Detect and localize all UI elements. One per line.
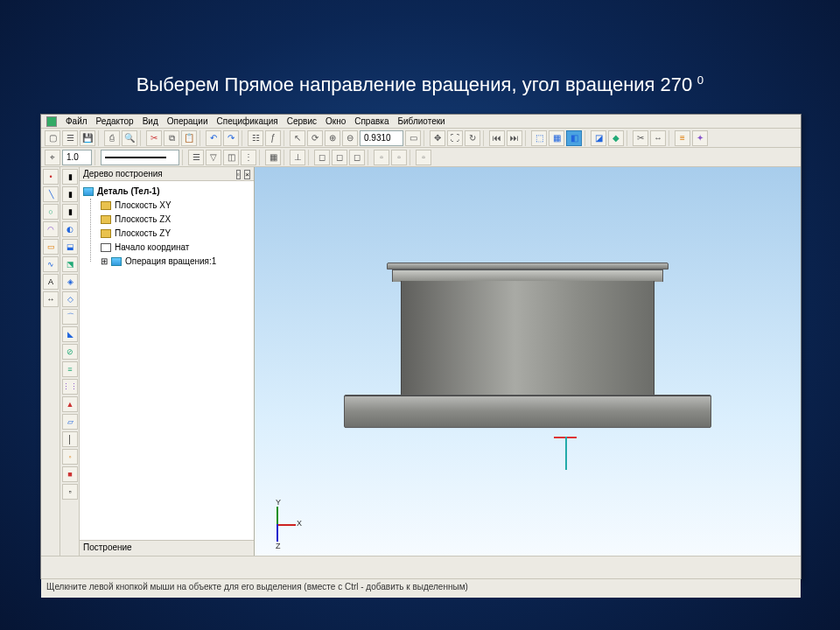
scale-dropdown[interactable]: 1.0	[62, 150, 92, 165]
new-button[interactable]: ▢	[45, 130, 60, 146]
menu-specification[interactable]: Спецификация	[217, 116, 278, 126]
sketch-dim-button[interactable]: ↔	[43, 291, 59, 307]
tree-plane-zy[interactable]: Плоскость ZY	[101, 227, 250, 241]
separator	[308, 150, 312, 165]
cut-button[interactable]: ✂	[146, 130, 162, 146]
zoom-next-button[interactable]: ⏭	[507, 130, 522, 146]
sketch-text-button[interactable]: A	[43, 274, 59, 290]
rotate-button[interactable]: ↻	[465, 130, 480, 146]
pattern-button[interactable]: ⋮⋮	[62, 379, 78, 395]
feature-2-button[interactable]: ▮	[62, 186, 78, 202]
stop-button[interactable]: ■	[62, 466, 78, 482]
perspective-button[interactable]: ◪	[591, 130, 606, 146]
fillet-button[interactable]: ⌒	[62, 309, 78, 325]
refresh-button[interactable]: ⟳	[307, 130, 323, 146]
render-button[interactable]: ◆	[608, 130, 624, 146]
save-button[interactable]: 💾	[80, 130, 95, 146]
undo-button[interactable]: ↶	[206, 130, 221, 146]
menu-libraries[interactable]: Библиотеки	[397, 116, 444, 126]
preview-button[interactable]: 🔍	[122, 130, 137, 146]
zoom-value-dropdown[interactable]: 0.9310	[360, 130, 403, 146]
tool-c-button[interactable]: ▫	[416, 150, 431, 165]
menu-window[interactable]: Окно	[326, 116, 346, 126]
sketch-line-button[interactable]: ╲	[43, 186, 59, 202]
hole-button[interactable]: ⊘	[62, 344, 78, 360]
sketch-arc-button[interactable]: ◠	[43, 221, 59, 237]
mirror-button[interactable]: ▲	[62, 396, 78, 412]
zoom-in-button[interactable]: ⊕	[325, 130, 340, 146]
menu-edit[interactable]: Редактор	[96, 116, 134, 126]
left-toolbar-a: • ╲ ○ ◠ ▭ ∿ A ↔	[41, 167, 60, 556]
material-button[interactable]: ≡	[675, 130, 690, 146]
hidden-lines-button[interactable]: ▦	[549, 130, 564, 146]
sketch-rect-button[interactable]: ▭	[43, 239, 59, 255]
tree-origin[interactable]: Начало координат	[101, 241, 250, 255]
selection-button[interactable]: ◫	[223, 150, 239, 165]
shaded-button[interactable]: ◧	[566, 130, 582, 146]
print-button[interactable]: ⎙	[104, 130, 120, 146]
properties-button[interactable]: ☷	[248, 130, 263, 146]
layer-button[interactable]: ☰	[188, 150, 204, 165]
section-button[interactable]: ✂	[633, 130, 648, 146]
line-style-dropdown[interactable]	[101, 150, 179, 165]
axis-button[interactable]: │	[62, 431, 78, 447]
misc-button[interactable]: ▫	[62, 484, 78, 500]
grid-button[interactable]: ▦	[265, 150, 281, 165]
menu-operations[interactable]: Операции	[167, 116, 208, 126]
wireframe-button[interactable]: ⬚	[531, 130, 547, 146]
point-button[interactable]: ◦	[62, 449, 78, 465]
menu-help[interactable]: Справка	[354, 116, 388, 126]
extrude-button[interactable]: ▮	[62, 169, 78, 185]
sketch-circle-button[interactable]: ○	[43, 204, 59, 220]
menu-service[interactable]: Сервис	[287, 116, 317, 126]
tool-b-button[interactable]: ▫	[391, 150, 407, 165]
sweep-button[interactable]: ⬔	[62, 256, 78, 272]
tool-a-button[interactable]: ▫	[374, 150, 389, 165]
cad-application-window: Файл Редактор Вид Операции Спецификация …	[40, 114, 802, 579]
copy-button[interactable]: ⧉	[164, 130, 179, 146]
tree-plane-xy[interactable]: Плоскость XY	[101, 199, 250, 213]
pan-button[interactable]: ✥	[430, 130, 445, 146]
revolve-button[interactable]: ◐	[62, 221, 78, 237]
bom-button[interactable]: ⋮	[241, 150, 256, 165]
tree-tab[interactable]: Построение	[80, 540, 254, 556]
zoom-fit-button[interactable]: ⛶	[447, 130, 463, 146]
cut-extrude-button[interactable]: ⬓	[62, 239, 78, 255]
redo-button[interactable]: ↷	[223, 130, 239, 146]
origin-2-button[interactable]: ◻	[332, 150, 347, 165]
loft-button[interactable]: ◈	[62, 274, 78, 290]
open-button[interactable]: ☰	[62, 130, 78, 146]
constraint-button[interactable]: ⊥	[290, 150, 305, 165]
zoom-window-button[interactable]: ▭	[405, 130, 421, 146]
slide-caption: Выберем Прямое направление вращения, уго…	[0, 0, 840, 96]
shell-button[interactable]: ◇	[62, 291, 78, 307]
separator	[626, 130, 630, 146]
close-tree-button[interactable]: ×	[244, 170, 250, 179]
zoom-out-button[interactable]: ⊖	[342, 130, 358, 146]
separator	[284, 130, 287, 146]
plane-button[interactable]: ▱	[62, 414, 78, 430]
sketch-spline-button[interactable]: ∿	[43, 256, 59, 272]
library-button[interactable]: ✦	[692, 130, 708, 146]
feature-3-button[interactable]: ▮	[62, 204, 78, 220]
snap-button[interactable]: ⌖	[45, 150, 60, 165]
variables-button[interactable]: ƒ	[265, 130, 281, 146]
3d-viewport[interactable]: Y X Z	[255, 167, 801, 556]
tree-header: Дерево построения ▫ ×	[80, 167, 254, 181]
menu-file[interactable]: Файл	[66, 116, 88, 126]
tree-plane-zx[interactable]: Плоскость ZX	[101, 213, 250, 227]
rib-button[interactable]: ≡	[62, 361, 78, 377]
zoom-prev-button[interactable]: ⏮	[489, 130, 505, 146]
paste-button[interactable]: 📋	[181, 130, 197, 146]
pin-button[interactable]: ▫	[236, 170, 241, 179]
tree-root[interactable]: Деталь (Тел-1)	[83, 185, 250, 199]
menu-view[interactable]: Вид	[143, 116, 158, 126]
origin-1-button[interactable]: ◻	[314, 150, 330, 165]
measure-button[interactable]: ↔	[650, 130, 666, 146]
pointer-button[interactable]: ↖	[290, 130, 305, 146]
tree-op-rotation[interactable]: ⊞Операция вращения:1	[101, 255, 250, 269]
filter-button[interactable]: ▽	[206, 150, 221, 165]
chamfer-button[interactable]: ◣	[62, 326, 78, 342]
origin-3-button[interactable]: ◻	[349, 150, 365, 165]
sketch-point-button[interactable]: •	[43, 169, 59, 185]
